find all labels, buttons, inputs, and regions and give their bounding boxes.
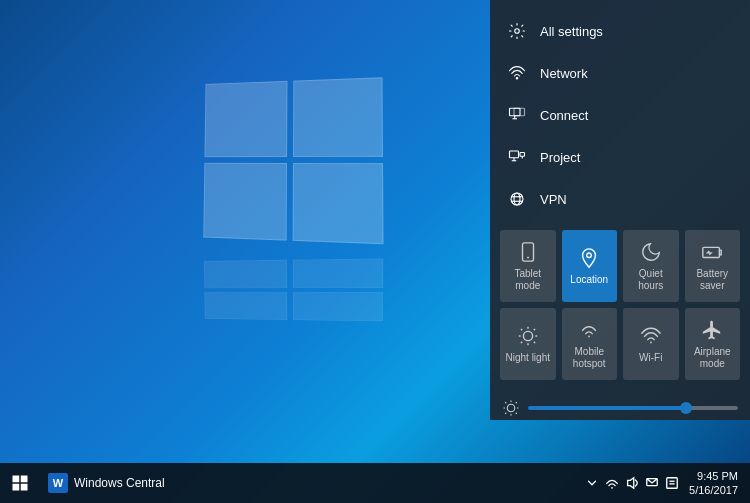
svg-line-23 [534, 341, 535, 342]
all-settings-label: All settings [540, 24, 603, 39]
svg-point-11 [511, 193, 523, 205]
windows-logo-desktop [200, 80, 380, 240]
message-tray-icon[interactable] [645, 476, 659, 490]
svg-point-1 [516, 78, 518, 80]
taskbar: W Windows Central [0, 463, 750, 503]
project-icon [506, 146, 528, 168]
app-name-label: Windows Central [74, 476, 165, 490]
wifi-tile[interactable]: Wi-Fi [623, 308, 679, 380]
svg-rect-3 [514, 108, 525, 116]
quiet-hours-label: Quiet hours [627, 268, 675, 292]
tablet-mode-tile[interactable]: Tablet mode [500, 230, 556, 302]
desktop: All settings Network Connect Project VPN [0, 0, 750, 503]
vpn-label: VPN [540, 192, 567, 207]
svg-rect-6 [510, 151, 519, 158]
svg-rect-41 [13, 484, 20, 491]
svg-rect-40 [21, 476, 28, 483]
tray-arrow-icon[interactable] [585, 476, 599, 490]
clock-time: 9:45 PM [697, 469, 738, 483]
system-tray: 9:45 PM 5/16/2017 [577, 469, 750, 498]
taskbar-left: W Windows Central [40, 473, 577, 493]
svg-point-0 [515, 29, 520, 34]
battery-saver-tile[interactable]: Battery saver [685, 230, 741, 302]
brightness-control[interactable] [490, 391, 750, 425]
windows-icon [11, 474, 29, 492]
network-tray-icon[interactable] [605, 476, 619, 490]
svg-line-34 [516, 413, 517, 414]
svg-rect-2 [510, 108, 521, 116]
project-label: Project [540, 150, 580, 165]
network-item[interactable]: Network [490, 52, 750, 94]
svg-rect-46 [667, 478, 678, 489]
svg-line-27 [534, 328, 535, 329]
mobile-hotspot-tile[interactable]: Mobile hotspot [562, 308, 618, 380]
quick-actions-container: Tablet mode Location Quiet hours Battery… [490, 220, 750, 391]
svg-point-28 [588, 335, 590, 337]
night-light-tile[interactable]: Night light [500, 308, 556, 380]
windows-logo-reflection [200, 240, 380, 340]
svg-line-26 [521, 341, 522, 342]
vpn-item[interactable]: VPN [490, 178, 750, 220]
svg-line-37 [505, 413, 506, 414]
action-center-panel: All settings Network Connect Project VPN [490, 0, 750, 420]
tiles-row-2: Night light Mobile hotspot Wi-Fi Airplan… [500, 308, 740, 380]
svg-point-30 [507, 404, 515, 412]
svg-line-33 [505, 402, 506, 403]
action-center-tray-icon[interactable] [665, 476, 679, 490]
start-button[interactable] [0, 463, 40, 503]
mobile-hotspot-label: Mobile hotspot [566, 346, 614, 370]
tablet-mode-label: Tablet mode [504, 268, 552, 292]
svg-point-19 [523, 331, 532, 340]
project-item[interactable]: Project [490, 136, 750, 178]
svg-point-17 [587, 252, 592, 257]
taskbar-app[interactable]: W Windows Central [40, 473, 165, 493]
svg-line-22 [521, 328, 522, 329]
wifi-label: Wi-Fi [639, 352, 662, 364]
quiet-hours-tile[interactable]: Quiet hours [623, 230, 679, 302]
location-label: Location [570, 274, 608, 286]
tiles-row-1: Tablet mode Location Quiet hours Battery… [500, 230, 740, 302]
airplane-mode-label: Airplane mode [689, 346, 737, 370]
svg-point-43 [611, 487, 613, 489]
svg-rect-39 [13, 476, 20, 483]
airplane-mode-tile[interactable]: Airplane mode [685, 308, 741, 380]
system-clock[interactable]: 9:45 PM 5/16/2017 [685, 469, 742, 498]
svg-line-38 [516, 402, 517, 403]
location-tile[interactable]: Location [562, 230, 618, 302]
connect-icon [506, 104, 528, 126]
connect-item[interactable]: Connect [490, 94, 750, 136]
brightness-icon [502, 399, 520, 417]
clock-date: 5/16/2017 [689, 483, 738, 497]
network-icon [506, 62, 528, 84]
svg-rect-42 [21, 484, 28, 491]
network-label: Network [540, 66, 588, 81]
volume-tray-icon[interactable] [625, 476, 639, 490]
svg-rect-15 [522, 242, 533, 260]
app-icon: W [48, 473, 68, 493]
vpn-icon [506, 188, 528, 210]
svg-point-12 [514, 193, 520, 205]
night-light-label: Night light [506, 352, 550, 364]
connect-label: Connect [540, 108, 588, 123]
all-settings-item[interactable]: All settings [490, 10, 750, 52]
brightness-slider[interactable] [528, 406, 738, 410]
brightness-thumb [680, 402, 692, 414]
gear-icon [506, 20, 528, 42]
svg-rect-9 [520, 153, 525, 157]
battery-saver-label: Battery saver [689, 268, 737, 292]
svg-point-29 [650, 341, 652, 343]
svg-marker-44 [628, 478, 634, 489]
